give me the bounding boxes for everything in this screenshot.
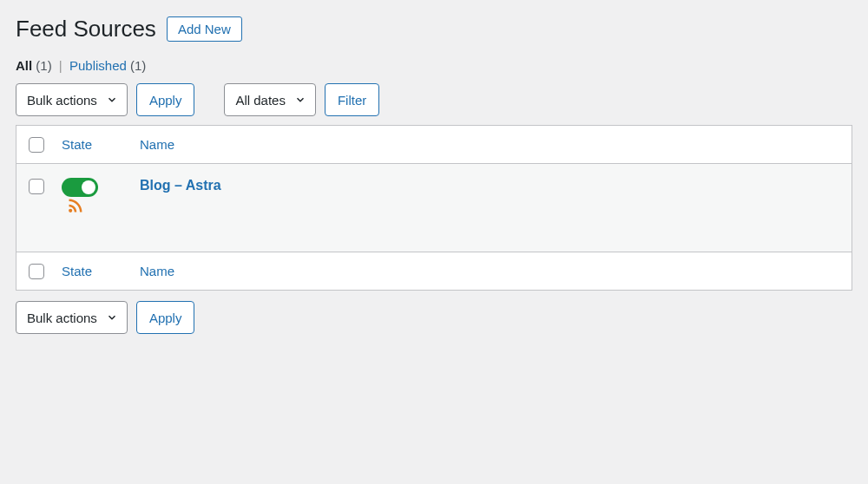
bulk-actions-select[interactable]: Bulk actions [16, 83, 128, 116]
row-checkbox[interactable] [29, 179, 44, 194]
svg-point-0 [69, 209, 72, 213]
feed-sources-table: State Name Blog – Astra [16, 125, 852, 291]
tablenav-bottom: Bulk actions Apply [16, 301, 852, 334]
column-name-footer[interactable]: Name [131, 252, 852, 291]
page-title: Feed Sources [16, 16, 156, 43]
date-filter-select[interactable]: All dates [224, 83, 316, 116]
filter-button[interactable]: Filter [325, 83, 379, 116]
rss-icon [67, 197, 84, 217]
bulk-actions-selected: Bulk actions [27, 93, 97, 108]
chevron-down-icon [106, 311, 118, 324]
filter-all-label: All [16, 58, 32, 73]
chevron-down-icon [106, 94, 118, 106]
apply-bulk-actions-button[interactable]: Apply [136, 83, 195, 116]
filter-separator: | [56, 58, 66, 73]
select-all-header [16, 126, 54, 164]
chevron-down-icon [294, 94, 306, 106]
apply-bulk-actions-button-bottom[interactable]: Apply [136, 301, 195, 334]
column-state-header[interactable]: State [53, 126, 131, 164]
date-filter-selected: All dates [235, 93, 286, 108]
feed-name-link[interactable]: Blog – Astra [140, 178, 221, 193]
table-row: Blog – Astra [16, 164, 852, 252]
tablenav-top: Bulk actions Apply All dates Filter [16, 83, 852, 116]
select-all-checkbox-footer[interactable] [29, 264, 44, 279]
add-new-button[interactable]: Add New [167, 16, 242, 42]
view-filter-links: All (1) | Published (1) [16, 58, 852, 73]
filter-all-link[interactable]: All (1) [16, 58, 56, 73]
column-name-header[interactable]: Name [131, 126, 852, 164]
column-state-footer[interactable]: State [53, 252, 131, 291]
bulk-actions-select-bottom[interactable]: Bulk actions [16, 301, 128, 334]
filter-published-count: (1) [130, 58, 146, 73]
select-all-footer [16, 252, 54, 291]
state-toggle[interactable] [62, 178, 98, 197]
select-all-checkbox[interactable] [29, 137, 44, 153]
filter-published-label: Published [69, 58, 127, 73]
filter-published-link[interactable]: Published (1) [69, 58, 146, 73]
bulk-actions-selected-bottom: Bulk actions [27, 311, 97, 325]
filter-all-count: (1) [36, 58, 51, 73]
